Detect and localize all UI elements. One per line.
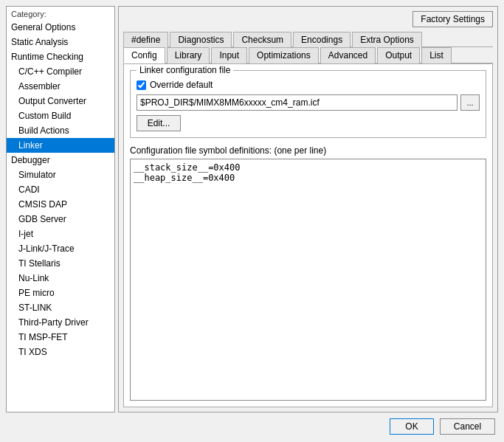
symbol-definitions-textarea[interactable] bbox=[130, 159, 486, 401]
sidebar-item[interactable]: Static Analysis bbox=[7, 35, 114, 49]
tab-row2[interactable]: Config bbox=[123, 47, 165, 63]
sidebar-item[interactable]: Third-Party Driver bbox=[7, 315, 114, 330]
tab-row2[interactable]: Output bbox=[377, 47, 420, 63]
tabs-row2: ConfigLibraryInputOptimizationsAdvancedO… bbox=[123, 47, 493, 63]
sidebar-item[interactable]: Simulator bbox=[7, 168, 114, 182]
cancel-button[interactable]: Cancel bbox=[440, 418, 495, 435]
override-default-label: Override default bbox=[150, 80, 213, 90]
tab-row2[interactable]: Library bbox=[167, 47, 210, 63]
sidebar-item[interactable]: Debugger bbox=[7, 153, 114, 168]
sidebar-item[interactable]: TI XDS bbox=[7, 345, 114, 359]
factory-settings-button[interactable]: Factory Settings bbox=[412, 11, 493, 27]
edit-button[interactable]: Edit... bbox=[137, 115, 181, 131]
sidebar-item[interactable]: Output Converter bbox=[7, 94, 114, 108]
sidebar-item[interactable]: Runtime Checking bbox=[7, 49, 114, 64]
sidebar-item[interactable]: Build Actions bbox=[7, 123, 114, 138]
linker-config-section: Linker configuration file Override defau… bbox=[130, 70, 486, 138]
tab-row2[interactable]: Optimizations bbox=[249, 47, 319, 63]
sidebar-item[interactable]: Linker bbox=[7, 138, 114, 153]
sidebar-item[interactable]: Assembler bbox=[7, 79, 114, 94]
sidebar-item[interactable]: CADI bbox=[7, 182, 114, 197]
tab-row1[interactable]: Extra Options bbox=[352, 32, 422, 47]
content-area: Linker configuration file Override defau… bbox=[123, 63, 493, 407]
sidebar-item[interactable]: General Options bbox=[7, 20, 114, 35]
sidebar-item[interactable]: I-jet bbox=[7, 227, 114, 241]
tabs-row1: #defineDiagnosticsChecksumEncodingsExtra… bbox=[123, 32, 493, 47]
browse-button[interactable]: ... bbox=[460, 94, 480, 111]
sidebar-item[interactable]: GDB Server bbox=[7, 212, 114, 227]
linker-file-input[interactable] bbox=[137, 94, 458, 111]
category-label: Category: bbox=[7, 7, 114, 20]
symbol-definitions-label: Configuration file symbol definitions: (… bbox=[130, 145, 486, 156]
sidebar-item[interactable]: ST-LINK bbox=[7, 300, 114, 315]
main-panel: Factory Settings #defineDiagnosticsCheck… bbox=[118, 6, 498, 412]
sidebar-item[interactable]: Nu-Link bbox=[7, 271, 114, 286]
linker-config-legend: Linker configuration file bbox=[137, 65, 233, 75]
sidebar-item[interactable]: TI MSP-FET bbox=[7, 330, 114, 345]
sidebar-item[interactable]: Custom Build bbox=[7, 108, 114, 123]
sidebar-item[interactable]: PE micro bbox=[7, 286, 114, 300]
tab-row2[interactable]: List bbox=[421, 47, 452, 63]
symbol-definitions-section: Configuration file symbol definitions: (… bbox=[130, 145, 486, 401]
tab-row2[interactable]: Input bbox=[211, 47, 247, 63]
tab-row1[interactable]: Encodings bbox=[293, 32, 351, 47]
tab-row1[interactable]: Checksum bbox=[233, 32, 291, 47]
sidebar-item[interactable]: TI Stellaris bbox=[7, 256, 114, 271]
dialog: Category: General OptionsStatic Analysis… bbox=[0, 0, 504, 442]
ok-button[interactable]: OK bbox=[390, 418, 434, 435]
sidebar: Category: General OptionsStatic Analysis… bbox=[6, 6, 115, 412]
sidebar-item[interactable]: CMSIS DAP bbox=[7, 197, 114, 212]
tab-row1[interactable]: Diagnostics bbox=[170, 32, 232, 47]
dialog-footer: OK Cancel bbox=[6, 412, 498, 436]
override-default-checkbox[interactable] bbox=[137, 80, 146, 90]
tab-row1[interactable]: #define bbox=[123, 32, 168, 47]
sidebar-item[interactable]: J-Link/J-Trace bbox=[7, 241, 114, 256]
sidebar-item[interactable]: C/C++ Compiler bbox=[7, 64, 114, 79]
tab-row2[interactable]: Advanced bbox=[320, 47, 376, 63]
